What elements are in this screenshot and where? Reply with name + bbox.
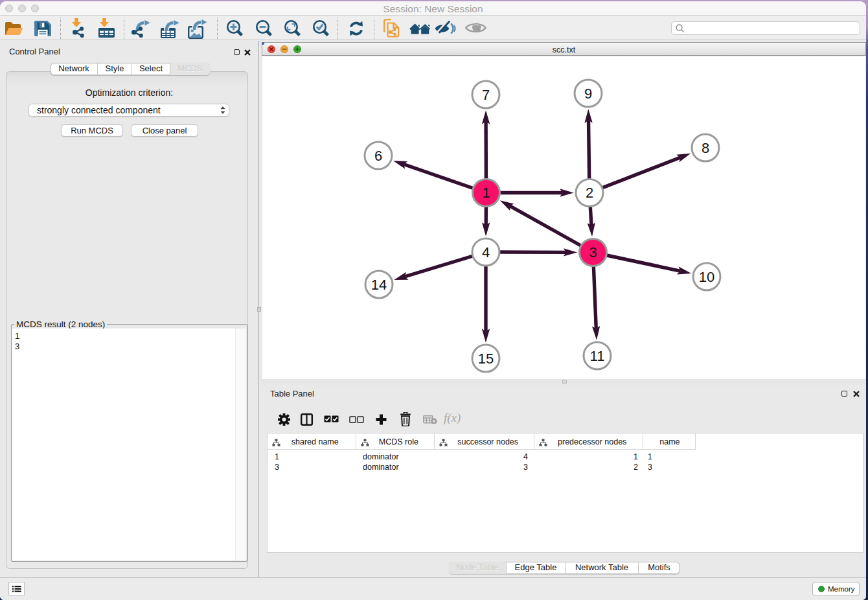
svg-text:8: 8 [702, 140, 709, 156]
svg-text:11: 11 [590, 348, 605, 364]
svg-text:9: 9 [584, 86, 592, 102]
svg-text:15: 15 [478, 351, 494, 367]
svg-text:4: 4 [482, 244, 490, 260]
svg-text:6: 6 [374, 148, 382, 164]
svg-text:7: 7 [482, 87, 490, 103]
svg-text:14: 14 [371, 277, 387, 293]
svg-text:2: 2 [586, 185, 593, 201]
svg-text:3: 3 [589, 244, 597, 260]
svg-text:10: 10 [699, 269, 714, 285]
svg-text:1: 1 [482, 185, 490, 201]
